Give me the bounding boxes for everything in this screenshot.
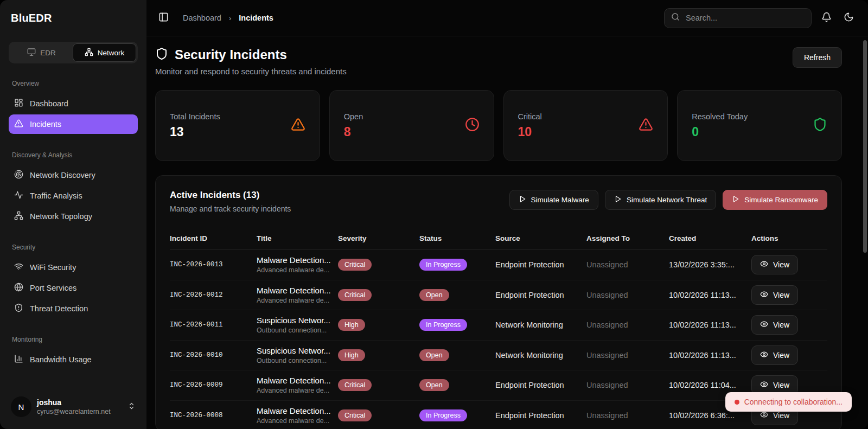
search-box	[664, 8, 812, 28]
incident-subtitle: Advanced malware de...	[257, 417, 338, 425]
simulate-malware-button[interactable]: Simulate Malware	[509, 190, 598, 210]
severity-badge: Critical	[338, 259, 372, 271]
avatar: N	[11, 396, 31, 417]
sidebar-toggle-button[interactable]	[156, 10, 171, 26]
network-icon	[14, 211, 23, 222]
warning-triangle-icon	[291, 117, 305, 134]
active-incidents-panel: Active Incidents (13) Manage and track s…	[155, 175, 842, 429]
incident-id: INC-2026-0008	[170, 412, 257, 419]
play-icon	[614, 195, 622, 204]
incident-title: Suspicious Networ...	[257, 316, 338, 325]
incident-id: INC-2026-0013	[170, 261, 257, 268]
incident-title: Malware Detection...	[257, 376, 338, 385]
page-header: Security Incidents Monitor and respond t…	[155, 47, 842, 76]
warning-triangle-icon	[639, 117, 653, 134]
scrollbar-thumb[interactable]	[863, 40, 867, 253]
incident-created: 10/02/2026 11:13...	[669, 321, 751, 329]
section-label-monitoring: Monitoring	[12, 336, 135, 343]
incident-id: INC-2026-0009	[170, 381, 257, 389]
simulate-network-threat-button[interactable]: Simulate Network Threat	[605, 190, 716, 210]
sidebar-item-label: Dashboard	[30, 99, 68, 108]
sidebar-item-label: Traffic Analysis	[30, 191, 82, 200]
user-name: joshua	[37, 398, 122, 407]
sidebar-item-incidents[interactable]: Incidents	[9, 114, 138, 134]
sidebar-item-threat-detection[interactable]: Threat Detection	[9, 299, 138, 318]
user-menu[interactable]: N joshua cyrus@wearelantern.net	[9, 393, 138, 420]
mode-edr-button[interactable]: EDR	[10, 43, 73, 62]
sidebar-item-bandwidth-usage[interactable]: Bandwidth Usage	[9, 350, 138, 369]
warning-triangle-icon	[14, 119, 23, 130]
mode-toggle: EDR Network	[9, 42, 138, 63]
view-button[interactable]: View	[751, 285, 798, 305]
table-row: INC-2026-0011 Suspicious Networ... Outbo…	[170, 310, 827, 341]
stat-card-open: Open 8	[329, 90, 494, 161]
user-email: cyrus@wearelantern.net	[37, 408, 122, 415]
stat-value: 8	[344, 125, 363, 139]
incident-source: Endpoint Protection	[495, 381, 586, 389]
incident-created: 10/02/2026 11:13...	[669, 291, 751, 299]
shield-icon	[155, 47, 168, 62]
view-button[interactable]: View	[751, 345, 798, 365]
toast-message: Connecting to collaboration...	[744, 398, 843, 406]
status-badge: In Progress	[419, 409, 467, 421]
bell-icon	[821, 12, 832, 24]
stat-card-resolved-today: Resolved Today 0	[677, 90, 842, 161]
scrollbar[interactable]	[863, 37, 867, 429]
stat-label: Total Incidents	[170, 112, 220, 121]
play-icon	[519, 195, 526, 204]
breadcrumb-dashboard[interactable]: Dashboard	[183, 14, 221, 22]
incident-title: Suspicious Networ...	[257, 346, 338, 355]
sidebar-item-label: Threat Detection	[30, 304, 88, 313]
stat-value: 10	[518, 125, 542, 139]
network-icon	[85, 48, 93, 58]
globe-icon	[14, 283, 23, 293]
app-window: BluEDR EDR Network Overview Dashboard In…	[0, 0, 868, 429]
panel-left-icon	[158, 12, 169, 24]
sidebar-item-label: Incidents	[30, 120, 61, 129]
sidebar-item-wifi-security[interactable]: WiFi Security	[9, 258, 138, 277]
incident-subtitle: Advanced malware de...	[257, 387, 338, 394]
view-button[interactable]: View	[751, 315, 798, 335]
table-row: INC-2026-0013 Malware Detection... Advan…	[170, 250, 827, 280]
incident-id: INC-2026-0011	[170, 321, 257, 329]
column-header: Source	[495, 234, 586, 242]
search-input[interactable]	[685, 13, 805, 23]
refresh-button[interactable]: Refresh	[793, 47, 842, 68]
shield-icon	[813, 117, 827, 134]
topbar: Dashboard › Incidents	[146, 0, 868, 36]
status-badge: Open	[419, 289, 449, 301]
eye-icon	[760, 290, 768, 300]
view-button[interactable]: View	[751, 255, 798, 274]
notifications-button[interactable]	[819, 10, 834, 26]
stat-card-critical: Critical 10	[503, 90, 668, 161]
incident-subtitle: Advanced malware de...	[257, 266, 338, 274]
sidebar-item-dashboard[interactable]: Dashboard	[9, 94, 138, 113]
stat-value: 0	[692, 125, 748, 139]
shield-alert-icon	[14, 303, 23, 314]
incident-assigned: Unassigned	[586, 411, 669, 420]
sidebar-item-network-discovery[interactable]: Network Discovery	[9, 165, 138, 185]
page-title: Security Incidents	[175, 47, 287, 62]
eye-icon	[760, 320, 768, 330]
mode-edr-label: EDR	[40, 49, 56, 57]
incident-created: 13/02/2026 3:35:...	[669, 260, 751, 269]
incident-subtitle: Outbound connection...	[257, 357, 338, 364]
search-icon	[671, 12, 680, 23]
incident-id: INC-2026-0012	[170, 291, 257, 299]
table-header: Incident ID Title Severity Status Source…	[170, 227, 827, 250]
sidebar-item-label: Port Services	[30, 284, 76, 292]
column-header: Status	[419, 234, 495, 242]
simulate-ransomware-button[interactable]: Simulate Ransomware	[723, 190, 827, 210]
mode-network-button[interactable]: Network	[73, 43, 136, 62]
incident-subtitle: Advanced malware de...	[257, 297, 338, 304]
incident-created: 10/02/2026 11:13...	[669, 351, 751, 360]
theme-toggle-button[interactable]	[841, 10, 856, 26]
eye-icon	[760, 350, 768, 360]
incident-created: 10/02/2026 6:36:...	[669, 411, 751, 420]
layout-dashboard-icon	[14, 98, 23, 109]
incident-source: Endpoint Protection	[495, 411, 586, 420]
sidebar-item-traffic-analysis[interactable]: Traffic Analysis	[9, 186, 138, 206]
sidebar-item-port-services[interactable]: Port Services	[9, 278, 138, 298]
sidebar-item-network-topology[interactable]: Network Topology	[9, 207, 138, 226]
main-area: Dashboard › Incidents Security Incidents	[146, 0, 868, 429]
